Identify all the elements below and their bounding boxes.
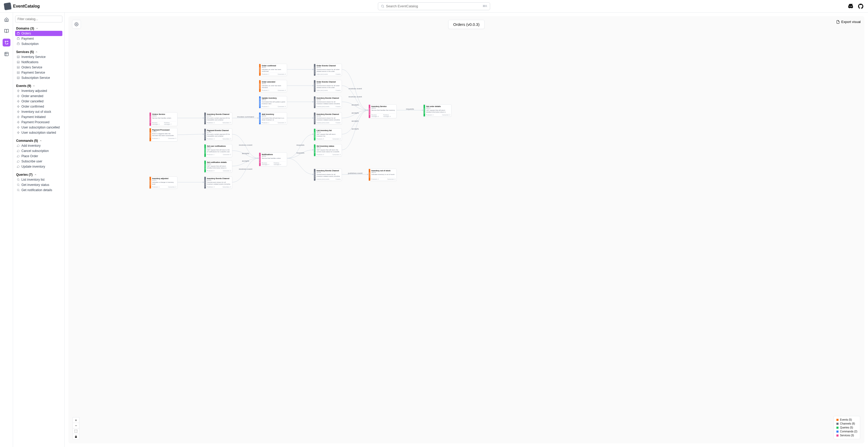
- legend-row: Services (3): [836, 434, 857, 437]
- group-header[interactable]: Services (5): [15, 49, 62, 54]
- sidebar-item[interactable]: Get inventory status: [15, 182, 62, 187]
- rail-visualize[interactable]: [3, 39, 10, 47]
- svg-point-33: [17, 179, 19, 180]
- sidebar-item[interactable]: Orders: [15, 31, 62, 36]
- flow-node[interactable]: EVENT Order amended v0.0.1 Indicates an …: [259, 80, 287, 92]
- flow-node[interactable]: CHANNEL Inventory Events Channel v1.0.0 …: [314, 96, 342, 108]
- sidebar-item[interactable]: Add inventory: [15, 143, 62, 148]
- sidebar-item-label: Subscription Service: [22, 76, 50, 80]
- group-header[interactable]: Queries (7): [15, 171, 62, 177]
- export-button[interactable]: Export visual: [836, 20, 861, 24]
- sidebar-item[interactable]: Get notification details: [15, 187, 62, 193]
- sidebar-item[interactable]: Cancel subscription: [15, 148, 62, 153]
- sidebar-item[interactable]: Notifications: [15, 60, 62, 65]
- rail-docs[interactable]: [3, 27, 10, 35]
- sidebar-item[interactable]: Payment: [15, 36, 62, 41]
- node-title: Notifications: [262, 153, 286, 155]
- zoom-in-button[interactable]: +: [72, 417, 79, 423]
- sidebar-item[interactable]: Subscription Service: [15, 75, 62, 81]
- sidebar-item[interactable]: Place Order: [15, 153, 62, 159]
- flow-node[interactable]: SERVICE Notifications v0.0.2 Service tha…: [259, 152, 287, 166]
- github-icon[interactable]: [858, 3, 864, 9]
- node-version: v0.0.4: [371, 172, 395, 173]
- node-version: v0.0.3: [152, 115, 176, 117]
- flow-node[interactable]: QUERY Get order details v0.0.1 GET reque…: [423, 105, 452, 117]
- sidebar-item[interactable]: User subscription started: [15, 130, 62, 135]
- sidebar-item[interactable]: Inventory out of stock: [15, 109, 62, 114]
- discord-icon[interactable]: [848, 3, 854, 9]
- flow-node[interactable]: CHANNEL Inventory Events Channel v1.0.0 …: [314, 169, 342, 181]
- flow-node[interactable]: EVENT Payment Processed v1.0.0 Event is …: [149, 128, 178, 142]
- svg-marker-30: [17, 121, 20, 123]
- legend-row: Commands (2): [836, 429, 857, 434]
- search-field[interactable]: [384, 4, 483, 8]
- flow-node[interactable]: SERVICE Inventory Service v0.0.2 Service…: [369, 105, 397, 118]
- flow-node[interactable]: QUERY Get user notifications v0.0.1 GET …: [204, 144, 232, 157]
- node-title: Inventory Events Channel: [316, 97, 341, 99]
- search-shortcut: ⌘K: [483, 4, 487, 8]
- node-title: Get user notifications: [207, 145, 231, 147]
- sidebar-item[interactable]: Payment Initiated: [15, 114, 62, 120]
- sidebar-item[interactable]: Orders Service: [15, 65, 62, 70]
- zoom-fit-button[interactable]: [72, 428, 79, 434]
- sidebar-item[interactable]: Order confirmed: [15, 104, 62, 109]
- rail-home[interactable]: [3, 16, 10, 24]
- zoom-lock-button[interactable]: [72, 434, 79, 440]
- svg-rect-17: [17, 62, 20, 63]
- svg-point-0: [381, 5, 383, 7]
- node-version: v1.0.0: [316, 99, 341, 100]
- sidebar-item[interactable]: Order amended: [15, 93, 62, 99]
- sidebar-item[interactable]: User subscription cancelled: [15, 125, 62, 130]
- node-type-stripe: EVENT: [369, 169, 370, 181]
- svg-text:requests: requests: [406, 108, 414, 110]
- group-header[interactable]: Commands (5): [15, 137, 62, 143]
- flow-node[interactable]: CHANNEL Order Events Channel v1.0.1 Cent…: [314, 64, 342, 76]
- flow-node[interactable]: CHANNEL Payment Events Channel v1.0.0 Al…: [204, 128, 232, 141]
- sidebar-item[interactable]: Subscribe user: [15, 159, 62, 164]
- sidebar-item[interactable]: Subscription: [15, 41, 62, 47]
- sidebar-item[interactable]: Update inventory: [15, 164, 62, 169]
- flow-node[interactable]: SERVICE Orders Service v0.0.3 Service th…: [149, 112, 178, 126]
- node-type-stripe: CHANNEL: [204, 177, 206, 188]
- canvas[interactable]: Orders (v0.0.3) Export visual invokes co…: [68, 16, 864, 443]
- sidebar-item[interactable]: Inventory adjusted: [15, 88, 62, 93]
- node-type-stripe: EVENT: [259, 64, 261, 76]
- sidebar-item[interactable]: List inventory list: [15, 177, 62, 182]
- flow-node[interactable]: EVENT Inventory adjusted v1.0.1 Indicate…: [149, 177, 178, 189]
- search-input[interactable]: ⌘K: [378, 2, 490, 10]
- flow-node[interactable]: CHANNEL Inventory Events Channel v1.0.0 …: [314, 112, 342, 124]
- group-header[interactable]: Events (9): [15, 83, 62, 88]
- flow-node[interactable]: COMMAND Add inventory v0.0.3 Command tha…: [259, 112, 287, 124]
- svg-text:accepts: accepts: [351, 112, 359, 114]
- sidebar-item[interactable]: Payment Service: [15, 70, 62, 75]
- flow-node[interactable]: CHANNEL Inventory Events Channel v1.0.0 …: [204, 177, 232, 189]
- flow-node[interactable]: COMMAND Update inventory v0.0.3 Command …: [259, 96, 287, 108]
- flow-node[interactable]: CHANNEL Order Events Channel v1.0.1 Cent…: [314, 80, 342, 92]
- settings-button[interactable]: [72, 20, 81, 29]
- flow-node[interactable]: QUERY Get notification details v0.0.1 GE…: [204, 160, 232, 173]
- sidebar-item[interactable]: Inventory Service: [15, 54, 62, 60]
- brand[interactable]: EventCatalog: [4, 3, 40, 10]
- flow-node[interactable]: QUERY List inventory list v0.0.1 GET req…: [314, 128, 342, 141]
- sidebar-item-label: Subscription: [22, 42, 39, 46]
- flow-node[interactable]: QUERY Get inventory status v0.0.1 GET re…: [314, 144, 342, 156]
- node-description: Central event stream for all order-relat…: [316, 85, 341, 88]
- sidebar-item-label: Inventory Service: [22, 55, 46, 59]
- node-description: Event is triggered after the payment has…: [152, 133, 176, 136]
- svg-rect-11: [18, 38, 19, 38]
- zoom-out-button[interactable]: −: [72, 423, 79, 428]
- group-header[interactable]: Domains (3): [15, 25, 62, 31]
- node-type-stripe: QUERY: [204, 160, 206, 172]
- sidebar-item-label: Place Order: [22, 154, 38, 158]
- node-title: Inventory adjusted: [152, 178, 176, 179]
- svg-line-1: [383, 7, 384, 7]
- svg-marker-31: [17, 126, 20, 129]
- filter-input[interactable]: [15, 16, 62, 23]
- sidebar-item[interactable]: Order cancelled: [15, 99, 62, 104]
- flow-node[interactable]: CHANNEL Inventory Events Channel v1.0.0 …: [204, 112, 232, 124]
- node-title: Get notification details: [207, 161, 231, 163]
- flow-node[interactable]: EVENT Order confirmed v0.0.1 Indicates a…: [259, 64, 287, 76]
- sidebar-item[interactable]: Payment Processed: [15, 120, 62, 125]
- flow-node[interactable]: EVENT Inventory out of stock v0.0.4 Indi…: [369, 169, 397, 181]
- rail-grid[interactable]: [3, 50, 10, 58]
